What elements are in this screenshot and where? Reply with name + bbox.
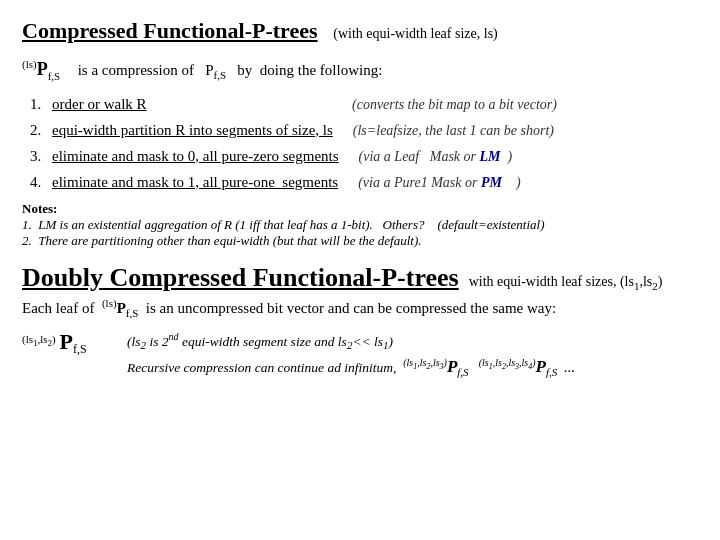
bottom-right-content: (ls2 is 2nd equi-width segment size and … (127, 329, 575, 381)
ls-sup: (ls) (22, 58, 37, 70)
section2-note: with equi-width leaf sizes, (ls1,ls2) (469, 274, 663, 292)
steps-list: 1. order or walk R (converts the bit map… (30, 96, 698, 191)
bottom-note-1: (ls2 is 2nd equi-width segment size and … (127, 329, 575, 354)
fs-sub: f,S (48, 70, 61, 82)
step-note-3: (via a Leaf Mask or LM ) (359, 149, 513, 165)
step-2: 2. equi-width partition R into segments … (30, 122, 698, 139)
ellipsis: ... (564, 359, 575, 375)
notes-section: Notes: 1. LM is an existential aggregati… (22, 201, 698, 249)
step-note-2: (ls=leafsize, the last 1 can be short) (353, 123, 554, 139)
step-3: 3. eliminate and mask to 0, all pure-zer… (30, 148, 698, 165)
ls-notation: (ls)Pf,S (22, 58, 60, 82)
step-1: 1. order or walk R (converts the bit map… (30, 96, 698, 113)
title-row: Compressed Functional-P-trees (with equi… (22, 18, 698, 44)
step-num-4: 4. (30, 174, 52, 191)
pm-label: PM (481, 175, 502, 190)
section2-title-row: Doubly Compressed Functional-P-trees wit… (22, 263, 698, 293)
bottom-note-2: Recursive compression can continue ad in… (127, 354, 575, 381)
step-num-1: 1. (30, 96, 52, 113)
step-note-1: (converts the bit map to a bit vector) (352, 97, 557, 113)
step-link-1[interactable]: order or walk R (52, 96, 332, 113)
notes-title: Notes: (22, 201, 57, 216)
bottom-notation: (ls1,ls2) Pf,S (22, 329, 127, 357)
def-text: is a compression of Pf,S by doing the fo… (70, 62, 382, 81)
step-num-2: 2. (30, 122, 52, 139)
note-2: 2. There are partitioning other than equ… (22, 233, 421, 248)
step-link-4[interactable]: eliminate and mask to 1, all pure-one se… (52, 174, 338, 191)
step-4: 4. eliminate and mask to 1, all pure-one… (30, 174, 698, 191)
step-link-3[interactable]: eliminate and mask to 0, all pure-zero s… (52, 148, 339, 165)
step-link-2[interactable]: equi-width partition R into segments of … (52, 122, 333, 139)
each-leaf-row: Each leaf of (ls)Pf,S is an uncompressed… (22, 297, 698, 319)
lm-label: LM (480, 149, 501, 164)
page-title: Compressed Functional-P-trees (22, 18, 318, 43)
bottom-row: (ls1,ls2) Pf,S (ls2 is 2nd equi-width se… (22, 329, 698, 381)
p-bold: P (37, 59, 48, 79)
note-1: 1. LM is an existential aggregation of R… (22, 217, 544, 232)
title-note: (with equi-width leaf size, ls) (333, 26, 497, 41)
compression-def: (ls)Pf,S is a compression of Pf,S by doi… (22, 58, 698, 82)
step-num-3: 3. (30, 148, 52, 165)
section2-title: Doubly Compressed Functional-P-trees (22, 263, 459, 293)
step-note-4: (via a Pure1 Mask or PM ) (358, 175, 520, 191)
